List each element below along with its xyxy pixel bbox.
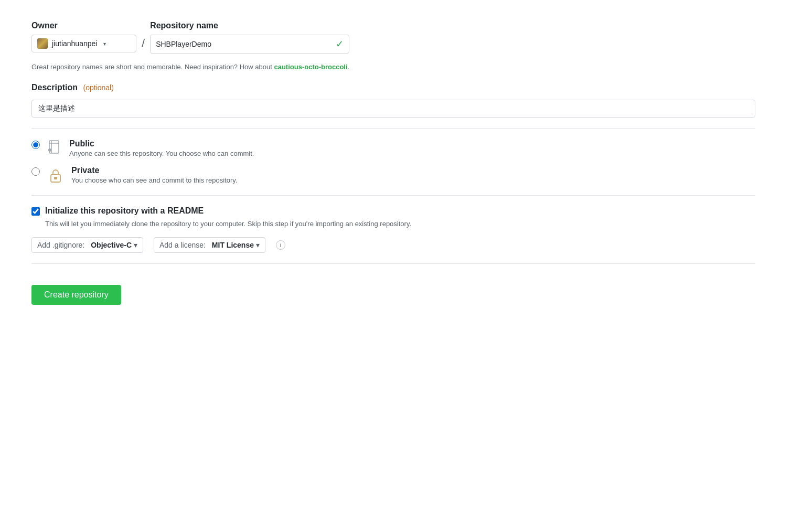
suggestion-prefix: Great repository names are short and mem… <box>31 63 274 71</box>
license-label: Add a license: <box>159 241 206 249</box>
repo-name-label: Repository name <box>150 21 349 30</box>
repo-name-input-wrapper: ✓ <box>150 35 349 54</box>
create-repo-form: Owner jiutianhuanpei ▾ / Repository name… <box>31 21 755 305</box>
license-value: MIT License <box>212 241 254 249</box>
divider-2 <box>31 195 755 196</box>
svg-rect-5 <box>54 177 57 179</box>
owner-field-group: Owner jiutianhuanpei ▾ <box>31 21 136 52</box>
readme-description: This will let you immediately clone the … <box>45 219 755 229</box>
private-option-title: Private <box>71 166 238 175</box>
divider-1 <box>31 128 755 129</box>
suggestion-text: Great repository names are short and mem… <box>31 62 755 72</box>
public-option-content: Public Anyone can see this repository. Y… <box>69 139 254 157</box>
public-option-title: Public <box>69 139 254 148</box>
valid-check-icon: ✓ <box>336 38 344 50</box>
repo-name-field-group: Repository name ✓ <box>150 21 349 54</box>
visibility-section: Public Anyone can see this repository. Y… <box>31 139 755 185</box>
info-icon[interactable]: i <box>276 240 285 250</box>
private-radio[interactable] <box>31 167 40 176</box>
description-optional-label: (optional) <box>83 83 113 92</box>
private-option-desc: You choose who can see and commit to thi… <box>71 176 238 184</box>
gitignore-arrow-icon: ▾ <box>134 241 137 249</box>
description-label-text: Description <box>31 83 78 92</box>
readme-checkbox[interactable] <box>31 207 40 216</box>
slash-separator: / <box>142 37 145 54</box>
readme-header: Initialize this repository with a README <box>31 206 755 216</box>
owner-repo-row: Owner jiutianhuanpei ▾ / Repository name… <box>31 21 755 54</box>
gitignore-label: Add .gitignore: <box>37 241 84 249</box>
public-repo-icon <box>46 139 63 156</box>
repo-name-input[interactable] <box>156 40 332 48</box>
gitignore-value: Objective-C <box>91 241 132 249</box>
svg-point-3 <box>48 148 51 152</box>
description-label: Description (optional) <box>31 83 755 92</box>
license-dropdown[interactable]: Add a license: MIT License ▾ <box>154 237 265 253</box>
chevron-down-icon: ▾ <box>103 41 106 47</box>
readme-title: Initialize this repository with a README <box>45 206 204 216</box>
owner-avatar <box>37 38 48 49</box>
owner-username: jiutianhuanpei <box>52 39 97 48</box>
license-arrow-icon: ▾ <box>256 241 260 249</box>
public-option-desc: Anyone can see this repository. You choo… <box>69 150 254 157</box>
gitignore-license-row: Add .gitignore: Objective-C ▾ Add a lice… <box>31 237 755 253</box>
description-input[interactable] <box>31 100 755 118</box>
owner-label: Owner <box>31 21 136 30</box>
public-option: Public Anyone can see this repository. Y… <box>31 139 755 157</box>
avatar-image <box>37 38 48 49</box>
gitignore-dropdown[interactable]: Add .gitignore: Objective-C ▾ <box>31 237 143 253</box>
private-option: Private You choose who can see and commi… <box>31 166 755 185</box>
owner-dropdown[interactable]: jiutianhuanpei ▾ <box>31 35 136 52</box>
description-section: Description (optional) <box>31 83 755 118</box>
private-option-content: Private You choose who can see and commi… <box>71 166 238 184</box>
suggestion-suffix: . <box>348 63 350 71</box>
suggestion-link[interactable]: cautious-octo-broccoli <box>274 63 347 71</box>
readme-section: Initialize this repository with a README… <box>31 206 755 253</box>
private-lock-icon <box>46 166 65 185</box>
divider-3 <box>31 263 755 264</box>
public-radio[interactable] <box>31 141 40 149</box>
create-repository-button[interactable]: Create repository <box>31 285 121 305</box>
